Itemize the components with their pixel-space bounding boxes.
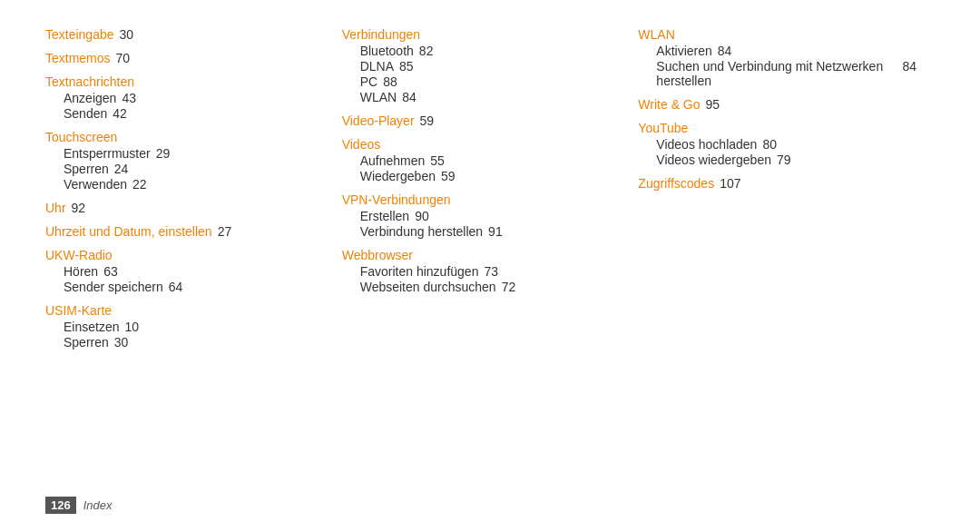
section-3-2: Write & Go95 — [638, 97, 916, 112]
sub-item: Wiedergeben59 — [342, 169, 621, 183]
sub-item: Sperren24 — [45, 162, 324, 176]
sub-item-label: Entsperrmuster — [64, 146, 151, 161]
entry-title-line: USIM-Karte — [45, 303, 324, 318]
section-1-7: UKW-RadioHören63Sender speichern64 — [45, 248, 324, 294]
entry-title-number: 95 — [706, 97, 720, 112]
sub-item-label: Videos wiedergeben — [656, 153, 771, 167]
sub-item-label: Webseiten durchsuchen — [360, 280, 496, 294]
entry-title: Textmemos — [45, 51, 111, 65]
sub-item: Aufnehmen55 — [342, 153, 621, 168]
sub-item-label: Sperren — [64, 335, 109, 350]
sub-item-number: 79 — [777, 153, 791, 167]
sub-item-label: Senden — [64, 106, 107, 121]
footer-number: 126 — [45, 497, 76, 514]
section-1-2: Textmemos70 — [45, 51, 324, 65]
sub-item-number: 24 — [114, 162, 129, 176]
sub-item-label: Suchen und Verbindung mit Netzwerken her… — [656, 59, 897, 88]
entry-title: VPN-Verbindungen — [342, 192, 451, 207]
sub-item: Verwenden22 — [45, 177, 324, 192]
sub-item: Erstellen90 — [342, 209, 621, 223]
entry-title-line: Webbrowser — [342, 248, 621, 262]
section-1-8: USIM-KarteEinsetzen10Sperren30 — [45, 303, 324, 350]
entry-title: Zugriffscodes — [638, 176, 714, 191]
sub-item-number: 85 — [399, 59, 414, 74]
content-columns: Texteingabe30Textmemos70TextnachrichtenA… — [45, 27, 935, 480]
entry-title: Uhrzeit und Datum, einstellen — [45, 224, 212, 239]
sub-item-label: PC — [360, 74, 377, 89]
sub-item-number: 43 — [122, 91, 136, 105]
entry-title-line: Video-Player59 — [342, 113, 621, 128]
entry-title: Texteingabe — [45, 27, 114, 42]
sub-item-label: Sperren — [64, 162, 109, 176]
sub-item-number: 64 — [169, 280, 183, 294]
sub-item: Senden42 — [45, 106, 324, 121]
sub-item: Bluetooth82 — [342, 44, 621, 58]
entry-title-line: Textnachrichten — [45, 74, 324, 89]
sub-item-label: Erstellen — [360, 209, 409, 223]
sub-item-number: 55 — [430, 153, 445, 168]
entry-title-number: 107 — [720, 176, 740, 191]
entry-title-line: WLAN — [638, 27, 916, 42]
sub-item-label: Verwenden — [64, 177, 127, 192]
section-1-4: TouchscreenEntsperrmuster29Sperren24Verw… — [45, 130, 324, 192]
entry-title: Textnachrichten — [45, 74, 134, 89]
sub-item-number: 63 — [103, 264, 118, 279]
sub-item-label: Verbindung herstellen — [360, 224, 483, 239]
sub-item-number: 84 — [402, 90, 416, 104]
entry-title-number: 27 — [218, 224, 232, 239]
sub-item-number: 22 — [132, 177, 147, 192]
sub-item-number: 73 — [484, 264, 498, 279]
entry-title-number: 70 — [116, 51, 131, 65]
entry-title: Write & Go — [638, 97, 700, 112]
sub-item-label: Einsetzen — [64, 320, 119, 334]
entry-title-number: 30 — [120, 27, 134, 42]
sub-item-number: 29 — [156, 146, 171, 161]
section-2-1: VerbindungenBluetooth82DLNA85PC88WLAN84 — [342, 27, 621, 104]
sub-item-label: Aktivieren — [656, 44, 711, 58]
page-container: Texteingabe30Textmemos70TextnachrichtenA… — [0, 0, 980, 532]
sub-item-number: 30 — [114, 335, 129, 350]
sub-item: WLAN84 — [342, 90, 621, 104]
sub-item: Verbindung herstellen91 — [342, 224, 621, 239]
entry-title-line: Texteingabe30 — [45, 27, 324, 42]
entry-title: Uhr — [45, 201, 66, 215]
sub-item-number: 82 — [419, 44, 434, 58]
sub-item: Sperren30 — [45, 335, 324, 350]
sub-item-label: Wiedergeben — [360, 169, 436, 183]
column-3: WLANAktivieren84Suchen und Verbindung mi… — [638, 27, 935, 480]
sub-item-label: DLNA — [360, 59, 394, 74]
entry-title: Touchscreen — [45, 130, 117, 144]
entry-title: YouTube — [638, 121, 688, 135]
section-1-3: TextnachrichtenAnzeigen43Senden42 — [45, 74, 324, 121]
entry-title-number: 59 — [420, 113, 435, 128]
sub-item-number: 88 — [383, 74, 397, 89]
sub-item-label: Hören — [64, 264, 98, 279]
entry-title-line: UKW-Radio — [45, 248, 324, 262]
sub-item-number: 84 — [718, 44, 732, 58]
sub-item: Aktivieren84 — [638, 44, 916, 58]
sub-item-label: Videos hochladen — [656, 137, 757, 152]
entry-title-line: Uhr92 — [45, 201, 324, 215]
column-1: Texteingabe30Textmemos70TextnachrichtenA… — [45, 27, 342, 480]
entry-title: USIM-Karte — [45, 303, 112, 318]
entry-title-line: Verbindungen — [342, 27, 621, 42]
entry-title: Video-Player — [342, 113, 415, 128]
sub-item-number: 84 — [902, 59, 916, 74]
entry-title-line: Uhrzeit und Datum, einstellen27 — [45, 224, 324, 239]
footer-label: Index — [83, 498, 113, 512]
entry-title: UKW-Radio — [45, 248, 113, 262]
sub-item-number: 90 — [415, 209, 429, 223]
sub-item-number: 91 — [488, 224, 503, 239]
section-2-3: VideosAufnehmen55Wiedergeben59 — [342, 137, 621, 183]
entry-title: Webbrowser — [342, 248, 413, 262]
section-1-5: Uhr92 — [45, 201, 324, 215]
sub-item-label: Anzeigen — [64, 91, 116, 105]
sub-item-label: Bluetooth — [360, 44, 414, 58]
section-2-5: WebbrowserFavoriten hinzufügen73Webseite… — [342, 248, 621, 294]
sub-item-number: 42 — [113, 106, 127, 121]
sub-item: Videos wiedergeben79 — [638, 153, 916, 167]
sub-item-number: 72 — [502, 280, 516, 294]
sub-item: DLNA85 — [342, 59, 621, 74]
section-3-4: Zugriffscodes107 — [638, 176, 916, 191]
sub-item-label: Sender speichern — [64, 280, 163, 294]
